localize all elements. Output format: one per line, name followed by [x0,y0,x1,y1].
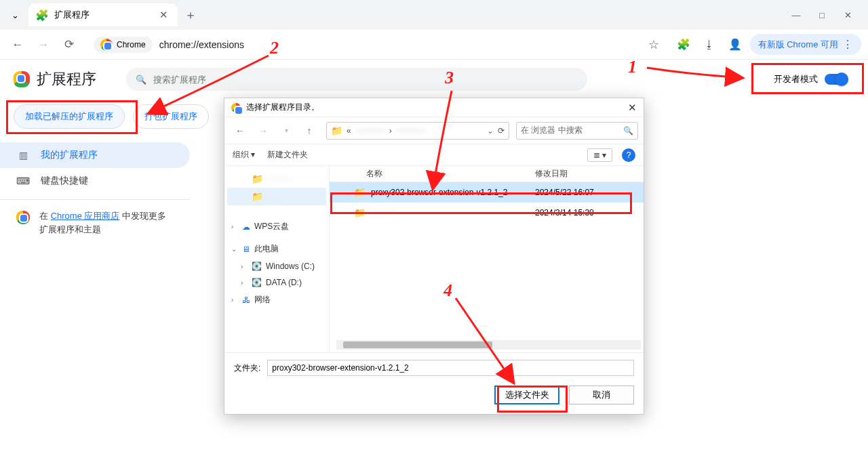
dialog-close-button[interactable]: ✕ [628,102,637,114]
sidebar: ▥ 我的扩展程序 ⌨ 键盘快捷键 在 Chrome 应用商店 中发现更多扩展程序… [0,142,190,236]
dialog-nav: ← → ▾ ↑ 📁 « › ⌄ ⟳ 在 浏览器 中搜索 🔍 [224,117,644,144]
tree-item-windows-c[interactable]: ›💽Windows (C:) [227,258,326,274]
dialog-file-list: 名称˄ 修改日期 📁proxy302-browser-extension-v1.… [330,166,644,352]
load-unpacked-button[interactable]: 加载已解压的扩展程序 [14,104,125,129]
site-chip-label: Chrome [117,40,146,49]
row-name: proxy302-browser-extension-v1.2.1_2 [371,188,507,197]
chrome-store-note: 在 Chrome 应用商店 中发现更多扩展程序和主题 [0,209,190,236]
update-pill-label: 有新版 Chrome 可用 [758,39,838,51]
row-date: 2024/5/22 16:07 [535,188,644,197]
horizontal-scrollbar[interactable] [336,340,641,350]
help-icon[interactable]: ? [622,148,635,162]
developer-mode-toggle[interactable]: 开发者模式 [767,69,854,89]
redacted-label [371,212,395,213]
dialog-body: 📁 📁 ›☁WPS云盘 ⌄🖥此电脑 ›💽Windows (C:) ›💽DATA … [224,166,644,352]
cancel-button[interactable]: 取消 [569,386,634,404]
site-chip[interactable]: Chrome [94,37,153,53]
tree-item-data-d[interactable]: ›💽DATA (D:) [227,274,326,291]
chrome-update-pill[interactable]: 有新版 Chrome 可用 ⋮ [750,34,861,55]
forward-button[interactable]: → [33,34,54,56]
select-folder-button[interactable]: 选择文件夹 [494,386,559,404]
browser-tab[interactable]: 🧩 扩展程序 ✕ [28,3,178,26]
minimize-button[interactable]: — [789,10,803,20]
search-icon: 🔍 [623,126,633,136]
list-row[interactable]: 📁proxy302-browser-extension-v1.2.1_2 202… [330,182,644,203]
tree-item-network[interactable]: ›🖧网络 [227,291,326,309]
toggle-switch-icon[interactable] [825,74,848,85]
maximize-button[interactable]: □ [815,10,829,20]
extensions-header: 扩展程序 🔍 开发者模式 [0,60,868,99]
chrome-store-link[interactable]: Chrome 应用商店 [51,211,120,221]
keyboard-icon: ⌨ [16,175,30,186]
kebab-icon[interactable]: ⋮ [842,38,853,51]
reload-button[interactable]: ⟳ [58,34,80,56]
dialog-refresh-button[interactable]: ⟳ [498,126,505,136]
tree-item[interactable]: 📁 [227,188,326,205]
dialog-tree: 📁 📁 ›☁WPS云盘 ⌄🖥此电脑 ›💽Windows (C:) ›💽DATA … [224,166,330,352]
window-controls: — □ ✕ [789,10,868,20]
dialog-search[interactable]: 在 浏览器 中搜索 🔍 [516,122,638,140]
select-folder-dialog: 选择扩展程序目录。 ✕ ← → ▾ ↑ 📁 « › ⌄ ⟳ 在 浏览器 中搜索 … [224,98,644,415]
close-window-button[interactable]: ✕ [841,10,854,20]
tree-item-this-pc[interactable]: ⌄🖥此电脑 [227,240,326,258]
dialog-search-placeholder: 在 浏览器 中搜索 [521,125,583,136]
list-row[interactable]: 📁 2024/3/14 15:30 [330,203,644,223]
dialog-titlebar: 选择扩展程序目录。 ✕ [224,98,644,117]
folder-name-input[interactable] [267,360,634,376]
tree-item-wps[interactable]: ›☁WPS云盘 [227,217,326,236]
folder-icon: 📁 [331,125,342,136]
chrome-icon [100,39,113,51]
sidebar-divider [0,199,190,200]
new-folder-button[interactable]: 新建文件夹 [267,149,308,161]
list-header: 名称˄ 修改日期 [330,166,644,182]
pack-extension-button[interactable]: 打包扩展程序 [133,104,209,129]
redacted-label [267,196,281,197]
extensions-icon[interactable]: 🧩 [673,34,694,56]
col-name-header[interactable]: 名称 [366,168,382,180]
developer-mode-label: 开发者模式 [774,73,818,85]
titlebar: ⌄ 🧩 扩展程序 ✕ ＋ — □ ✕ [0,0,868,30]
close-tab-icon[interactable]: ✕ [157,7,171,22]
folder-icon: 📁 [354,187,366,198]
dialog-toolbar: 组织 ▾ 新建文件夹 ≣ ▾ ? [224,144,644,166]
redacted-path-segment [396,129,426,132]
search-input[interactable] [153,75,578,85]
bookmark-star-icon[interactable]: ☆ [648,37,659,52]
tablist-dropdown[interactable]: ⌄ [5,5,24,24]
address-bar[interactable]: Chrome chrome://extensions ☆ [84,33,669,56]
dialog-footer: 文件夹: 选择文件夹 取消 [224,352,644,414]
chrome-icon [231,103,241,112]
tab-title: 扩展程序 [54,9,90,21]
downloads-icon[interactable]: ⭳ [698,34,720,56]
dialog-back-button[interactable]: ← [230,125,250,136]
page-title: 扩展程序 [14,69,96,89]
chrome-logo-icon [14,71,30,87]
page-title-text: 扩展程序 [37,69,96,89]
redacted-path-segment [355,129,385,132]
sidebar-item-label: 键盘快捷键 [41,175,88,187]
search-extensions[interactable]: 🔍 [126,68,587,91]
redacted-label [267,178,292,180]
dialog-recent-dropdown[interactable]: ▾ [276,127,296,134]
sidebar-item-shortcuts[interactable]: ⌨ 键盘快捷键 [0,168,190,194]
view-mode-button[interactable]: ≣ ▾ [587,148,612,162]
store-note-text: 在 Chrome 应用商店 中发现更多扩展程序和主题 [39,209,174,236]
search-icon: 🔍 [136,75,146,85]
profile-avatar[interactable]: 👤 [724,34,746,56]
dialog-path-bar[interactable]: 📁 « › ⌄ ⟳ [326,122,509,140]
row-date: 2024/3/14 15:30 [535,208,644,217]
new-tab-button[interactable]: ＋ [184,7,197,23]
folder-label: 文件夹: [234,362,260,374]
chrome-store-icon [16,211,30,224]
dialog-title: 选择扩展程序目录。 [246,102,319,113]
dialog-forward-button[interactable]: → [253,125,273,136]
dialog-up-button[interactable]: ↑ [299,125,319,136]
back-button[interactable]: ← [7,34,28,56]
tree-item[interactable]: 📁 [227,170,326,188]
organize-menu[interactable]: 组织 ▾ [233,149,255,161]
browser-toolbar: ← → ⟳ Chrome chrome://extensions ☆ 🧩 ⭳ 👤… [0,30,868,60]
col-date-header[interactable]: 修改日期 [535,168,644,180]
chevron-down-icon[interactable]: ⌄ [487,126,494,136]
sidebar-item-my-extensions[interactable]: ▥ 我的扩展程序 [0,142,190,168]
url-text: chrome://extensions [159,39,244,50]
